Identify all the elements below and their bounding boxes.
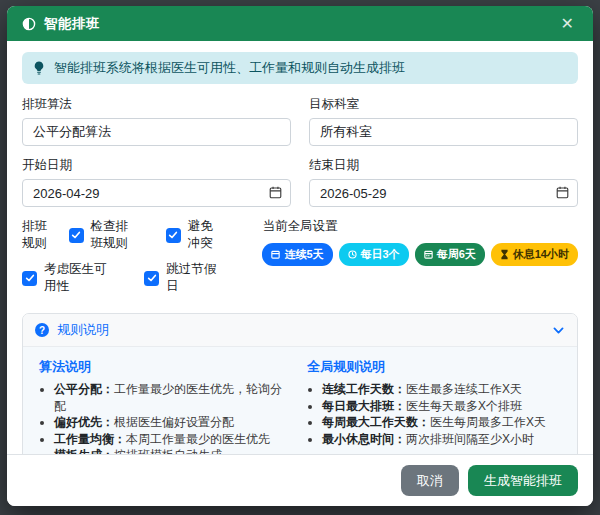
checkbox-check-rules[interactable]: 检查排班规则 xyxy=(69,218,140,252)
checkbox-checked-icon xyxy=(69,228,84,243)
rules-explanation-body: 算法说明 公平分配：工作量最少的医生优先，轮询分配 偏好优先：根据医生偏好设置分… xyxy=(23,347,577,454)
global-rules-list: 连续工作天数：医生最多连续工作X天 每日最大排班：医生每天最多X个排班 每周最大… xyxy=(307,381,561,447)
daily-max-badge: 每日3个 xyxy=(339,243,409,266)
list-item: 最小休息时间：两次排班间隔至少X小时 xyxy=(322,431,561,448)
rules-explanation-card: ? 规则说明 算法说明 公平分配：工作量最少的医生优先，轮询分配 偏好优先：根据… xyxy=(22,313,578,454)
algorithm-select[interactable] xyxy=(22,118,291,146)
cancel-button[interactable]: 取消 xyxy=(401,465,459,496)
checkbox-doctor-availability[interactable]: 考虑医生可用性 xyxy=(22,261,118,295)
weekly-max-badge: 每周6天 xyxy=(415,243,485,266)
hourglass-icon xyxy=(500,249,509,260)
generate-schedule-button[interactable]: 生成智能排班 xyxy=(468,465,578,496)
rules-checkbox-group: 排班规则 检查排班规则 避免冲突 xyxy=(22,218,244,304)
end-date-input[interactable] xyxy=(309,179,578,207)
clock-icon xyxy=(348,250,357,259)
checkbox-skip-holidays[interactable]: 跳过节假日 xyxy=(144,261,218,295)
smart-scheduling-dialog: 智能排班 ✕ 智能排班系统将根据医生可用性、工作量和规则自动生成排班 排班算法 … xyxy=(7,6,593,506)
list-item: 工作量均衡：本周工作量最少的医生优先 xyxy=(54,431,293,448)
algorithm-label: 排班算法 xyxy=(22,96,291,113)
question-circle-icon: ? xyxy=(35,323,49,337)
checkbox-checked-icon xyxy=(22,271,37,286)
algorithm-section-title: 算法说明 xyxy=(39,358,293,376)
algorithm-rules-list: 公平分配：工作量最少的医生优先，轮询分配 偏好优先：根据医生偏好设置分配 工作量… xyxy=(39,381,293,454)
checkbox-checked-icon xyxy=(144,271,159,286)
list-item: 每周最大工作天数：医生每周最多工作X天 xyxy=(322,414,561,431)
close-icon[interactable]: ✕ xyxy=(557,14,578,34)
list-item: 公平分配：工作量最少的医生优先，轮询分配 xyxy=(54,381,293,414)
end-date-label: 结束日期 xyxy=(309,157,578,174)
list-item: 每日最大排班：医生每天最多X个排班 xyxy=(322,398,561,415)
magic-icon xyxy=(22,17,36,31)
dialog-header: 智能排班 ✕ xyxy=(7,6,593,41)
chevron-down-icon[interactable] xyxy=(552,324,565,337)
list-item: 连续工作天数：医生最多连续工作X天 xyxy=(322,381,561,398)
department-label: 目标科室 xyxy=(309,96,578,113)
dialog-footer: 取消 生成智能排班 xyxy=(7,454,593,506)
consecutive-days-badge: 连续5天 xyxy=(262,243,332,266)
dialog-title: 智能排班 xyxy=(44,15,100,33)
rules-label: 排班规则 xyxy=(22,218,59,252)
min-rest-badge: 休息14小时 xyxy=(491,243,578,266)
rules-explanation-title: 规则说明 xyxy=(57,321,109,339)
calendar-week-icon xyxy=(424,250,433,259)
list-item: 偏好优先：根据医生偏好设置分配 xyxy=(54,414,293,431)
checkbox-checked-icon xyxy=(166,228,181,243)
info-banner-text: 智能排班系统将根据医生可用性、工作量和规则自动生成排班 xyxy=(54,59,405,77)
dialog-body: 智能排班系统将根据医生可用性、工作量和规则自动生成排班 排班算法 目标科室 开始… xyxy=(7,41,593,454)
rules-explanation-header[interactable]: ? 规则说明 xyxy=(23,314,577,347)
global-section-title: 全局规则说明 xyxy=(307,358,561,376)
start-date-label: 开始日期 xyxy=(22,157,291,174)
algorithm-explanation-section: 算法说明 公平分配：工作量最少的医生优先，轮询分配 偏好优先：根据医生偏好设置分… xyxy=(39,353,293,454)
lightbulb-icon xyxy=(33,61,45,75)
global-settings: 当前全局设置 连续5天 每日3个 xyxy=(262,218,578,304)
checkbox-label: 跳过节假日 xyxy=(166,261,218,295)
department-select[interactable] xyxy=(309,118,578,146)
info-banner: 智能排班系统将根据医生可用性、工作量和规则自动生成排班 xyxy=(22,52,578,84)
start-date-input[interactable] xyxy=(22,179,291,207)
global-rules-explanation-section: 全局规则说明 连续工作天数：医生最多连续工作X天 每日最大排班：医生每天最多X个… xyxy=(307,353,561,454)
list-item: 模板生成：按排班模板自动生成 xyxy=(54,447,293,454)
checkbox-avoid-conflict[interactable]: 避免冲突 xyxy=(166,218,219,252)
calendar-icon xyxy=(271,250,280,259)
checkbox-label: 考虑医生可用性 xyxy=(44,261,118,295)
global-settings-label: 当前全局设置 xyxy=(262,218,578,235)
checkbox-label: 避免冲突 xyxy=(188,218,219,252)
checkbox-label: 检查排班规则 xyxy=(91,218,140,252)
